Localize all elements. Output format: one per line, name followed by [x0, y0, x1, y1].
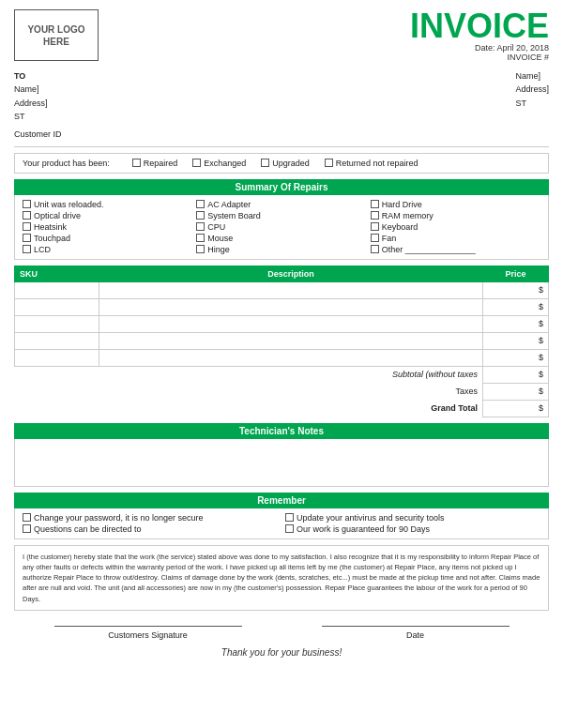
- repair-cb-4[interactable]: [23, 211, 31, 220]
- status-upgraded: Upgraded: [261, 159, 310, 168]
- invoice-number: INVOICE #: [410, 53, 549, 62]
- remember-label-4: Our work is guaranteed for 90 Days: [297, 524, 430, 534]
- customer-signature-block: Customers Signature: [54, 626, 242, 640]
- price-cell-3: $: [483, 315, 549, 332]
- repair-cb-10[interactable]: [23, 234, 31, 242]
- returned-checkbox[interactable]: [325, 159, 333, 167]
- repair-label-4: Optical drive: [34, 211, 81, 220]
- repair-cb-2[interactable]: [196, 200, 205, 208]
- repair-item-1: Unit was reloaded.: [23, 200, 192, 209]
- status-returned: Returned not repaired: [325, 159, 418, 168]
- repaired-checkbox[interactable]: [132, 159, 141, 167]
- repair-item-3: Hard Drive: [371, 200, 540, 209]
- upgraded-label: Upgraded: [272, 159, 310, 168]
- table-row: $: [15, 298, 549, 315]
- sku-cell-4: [15, 332, 99, 349]
- repair-label-9: Keyboard: [382, 222, 418, 232]
- repair-item-8: CPU: [196, 222, 366, 232]
- remember-cb-2[interactable]: [285, 513, 294, 522]
- customer-id: Customer ID: [14, 129, 549, 139]
- subtotal-row: Subtotal (without taxes $: [15, 366, 549, 383]
- price-cell-5: $: [483, 349, 549, 366]
- tech-notes-line-3: [19, 469, 544, 482]
- repair-cb-6[interactable]: [371, 211, 379, 220]
- table-row: $: [15, 281, 549, 298]
- repair-label-6: RAM memory: [382, 211, 434, 220]
- remember-item-2: Update your antivirus and security tools: [285, 513, 540, 523]
- tech-notes-body: [14, 439, 549, 487]
- date-sig-label: Date: [322, 630, 510, 640]
- remember-cb-1[interactable]: [23, 513, 31, 522]
- repair-label-14: Hinge: [207, 245, 230, 254]
- repair-cb-15[interactable]: [371, 245, 379, 253]
- repair-cb-14[interactable]: [196, 245, 205, 253]
- remember-header: Remember: [14, 493, 549, 508]
- repair-cb-8[interactable]: [196, 222, 205, 231]
- repair-cb-9[interactable]: [371, 222, 379, 231]
- remember-label-2: Update your antivirus and security tools: [297, 513, 445, 523]
- taxes-label: Taxes: [15, 383, 483, 400]
- remember-cb-3[interactable]: [23, 524, 31, 533]
- repair-label-15: Other _______________: [382, 245, 476, 254]
- repair-label-3: Hard Drive: [382, 200, 422, 209]
- billing-name-left: Name]: [14, 83, 48, 96]
- repair-cb-1[interactable]: [23, 200, 31, 208]
- customer-sig-label: Customers Signature: [54, 630, 242, 640]
- repair-item-10: Touchpad: [23, 234, 192, 243]
- thank-you-footer: Thank you for your business!: [14, 647, 549, 658]
- price-cell-4: $: [483, 332, 549, 349]
- upgraded-checkbox[interactable]: [261, 159, 269, 167]
- repair-item-14: Hinge: [196, 245, 366, 254]
- repair-cb-13[interactable]: [23, 245, 31, 253]
- remember-cb-4[interactable]: [285, 524, 294, 533]
- billing-address-right: Address]: [515, 83, 549, 96]
- repair-cb-3[interactable]: [371, 200, 379, 208]
- sku-table: SKU Description Price $ $ $ $ $: [14, 265, 549, 417]
- repair-label-2: AC Adapter: [207, 200, 251, 209]
- remember-label-1: Change your password, it is no longer se…: [34, 513, 204, 523]
- billing-right: Name] Address] ST: [515, 69, 549, 124]
- repair-cb-5[interactable]: [196, 211, 205, 220]
- subtotal-label: Subtotal (without taxes: [15, 366, 483, 383]
- sku-cell-1: [15, 281, 99, 298]
- desc-cell-3: [99, 315, 483, 332]
- sku-cell-2: [15, 298, 99, 315]
- date-sig-line: [322, 626, 510, 627]
- to-label: TO: [14, 69, 48, 83]
- repair-label-11: Mouse: [207, 234, 233, 243]
- price-cell-2: $: [483, 298, 549, 315]
- billing-state-left: ST: [14, 110, 48, 123]
- repair-item-4: Optical drive: [23, 211, 192, 220]
- invoice-title-block: INVOICE Date: April 20, 2018 INVOICE #: [410, 9, 549, 62]
- repair-cb-11[interactable]: [196, 234, 205, 242]
- repair-item-7: Heatsink: [23, 222, 192, 232]
- repair-item-11: Mouse: [196, 234, 366, 243]
- repair-label-1: Unit was reloaded.: [34, 200, 104, 209]
- tech-notes-line-1: [19, 443, 544, 456]
- returned-label: Returned not repaired: [336, 159, 418, 168]
- exchanged-checkbox[interactable]: [192, 159, 201, 167]
- table-row: $: [15, 332, 549, 349]
- repair-cb-12[interactable]: [371, 234, 379, 242]
- repair-item-9: Keyboard: [371, 222, 540, 232]
- grand-total-row: Grand Total $: [15, 400, 549, 417]
- table-row: $: [15, 315, 549, 332]
- customer-sig-line: [54, 626, 242, 627]
- billing-section: TO Name] Address] ST Name] Address] ST: [14, 69, 549, 124]
- billing-left: TO Name] Address] ST: [14, 69, 48, 124]
- repair-cb-7[interactable]: [23, 222, 31, 231]
- taxes-row: Taxes $: [15, 383, 549, 400]
- date-signature-block: Date: [322, 626, 510, 640]
- price-col-header: Price: [483, 265, 549, 281]
- repair-item-6: RAM memory: [371, 211, 540, 220]
- billing-name-right: Name]: [515, 69, 549, 83]
- divider: [14, 146, 549, 147]
- tech-notes-line-2: [19, 456, 544, 469]
- logo-text: YOUR LOGOHERE: [27, 23, 84, 48]
- remember-grid: Change your password, it is no longer se…: [14, 508, 549, 539]
- page-header: YOUR LOGOHERE INVOICE Date: April 20, 20…: [14, 9, 549, 62]
- desc-cell-4: [99, 332, 483, 349]
- status-exchanged: Exchanged: [192, 159, 246, 168]
- remember-label-3: Questions can be directed to: [34, 524, 142, 534]
- product-status-bar: Your product has been: Repaired Exchange…: [14, 153, 549, 174]
